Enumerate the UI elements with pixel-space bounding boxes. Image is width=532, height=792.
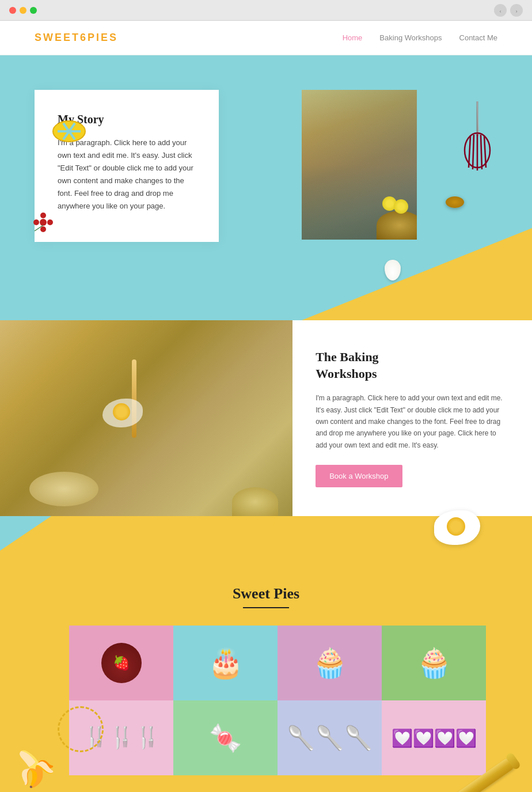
whisk-decoration <box>460 101 500 176</box>
flour-background <box>0 320 292 516</box>
dotted-circle-decoration <box>58 706 104 752</box>
svg-line-7 <box>469 136 470 168</box>
flower-decoration <box>32 211 55 236</box>
browser-dots <box>9 7 37 14</box>
nav-link-home[interactable]: Home <box>343 33 363 42</box>
svg-point-15 <box>33 219 39 225</box>
story-card: My Story I'm a paragraph. Click here to … <box>35 90 219 242</box>
browser-dot-minimize[interactable] <box>20 7 26 14</box>
gallery-item-6: 🍬 <box>173 700 278 775</box>
food-candy-hearts: 💟💟💟💟 <box>382 700 486 775</box>
browser-dot-fullscreen[interactable] <box>30 7 37 14</box>
svg-line-8 <box>473 135 474 169</box>
fried-egg-decoration <box>434 510 480 545</box>
svg-point-14 <box>40 226 46 232</box>
website: SWEET6PIES Home Baking Workshops Contact… <box>0 21 532 792</box>
gallery-item-1: 🍓 <box>69 626 173 700</box>
workshops-content: The BakingWorkshops I'm a paragraph. Cli… <box>292 320 532 516</box>
food-cupcake-swirl: 🧁 <box>278 626 382 700</box>
logo[interactable]: SWEET6PIES <box>35 32 118 44</box>
browser-navigation: ‹ › <box>494 4 523 17</box>
banana-decoration: 🍌 <box>4 738 62 792</box>
sweet-pies-title: Sweet Pies <box>35 585 497 608</box>
nav-links: Home Baking Workshops Contact Me <box>343 33 497 42</box>
navigation: SWEET6PIES Home Baking Workshops Contact… <box>0 21 532 55</box>
svg-point-16 <box>47 219 53 225</box>
hero-photo <box>302 90 417 240</box>
food-strawberry: 🍓 <box>69 626 173 700</box>
browser-back-button[interactable]: ‹ <box>494 4 507 17</box>
svg-point-12 <box>40 219 47 226</box>
egg-white-shape <box>434 510 480 545</box>
book-workshop-button[interactable]: Book a Workshop <box>316 465 402 487</box>
browser-forward-button[interactable]: › <box>510 4 523 17</box>
gallery-grid: 🍓 🎂 🧁 🧁 🍴🍴🍴 <box>69 626 486 775</box>
candy-decoration <box>52 119 86 145</box>
hero-section: My Story I'm a paragraph. Click here to … <box>0 55 532 320</box>
sweet-pies-section: 🍌 Sweet Pies 🍓 🎂 🧁 <box>0 551 532 792</box>
gallery-item-7: 🥄🥄🥄 <box>278 700 382 775</box>
nav-link-contact[interactable]: Contact Me <box>459 33 497 42</box>
yolk-yellow <box>113 403 130 420</box>
gallery-item-4: 🧁 <box>382 626 486 700</box>
food-candy-bowl: 🍬 <box>173 700 278 775</box>
food-spatulas: 🥄🥄🥄 <box>278 700 382 775</box>
workshops-image <box>0 320 292 516</box>
nav-link-workshops[interactable]: Baking Workshops <box>379 33 442 42</box>
workshops-title: The BakingWorkshops <box>316 349 509 382</box>
browser-chrome: ‹ › <box>0 0 532 21</box>
yolk-area <box>102 399 143 427</box>
workshops-body: I'm a paragraph. Click here to add your … <box>316 392 509 451</box>
workshops-layout: The BakingWorkshops I'm a paragraph. Cli… <box>0 320 532 516</box>
gallery-item-8: 💟💟💟💟 <box>382 700 486 775</box>
gallery-item-2: 🎂 <box>173 626 278 700</box>
svg-point-13 <box>40 213 46 218</box>
rolling-pin-decoration <box>434 780 520 792</box>
browser-dot-close[interactable] <box>9 7 16 14</box>
egg-decoration <box>385 260 401 281</box>
food-cupcake-cream: 🧁 <box>382 626 486 700</box>
workshops-section: The BakingWorkshops I'm a paragraph. Cli… <box>0 320 532 551</box>
logo-text: SWEET <box>35 32 80 43</box>
egg-yolk-shape <box>447 517 465 536</box>
story-body: I'm a paragraph. Click here to add your … <box>58 137 196 213</box>
food-cake: 🎂 <box>173 626 278 700</box>
gallery-item-3: 🧁 <box>278 626 382 700</box>
logo-symbol: 6 <box>80 32 88 43</box>
svg-line-10 <box>481 135 482 169</box>
honey-bowl-decoration <box>446 196 464 208</box>
svg-line-11 <box>484 136 486 168</box>
logo-suffix: PIES <box>88 32 118 43</box>
